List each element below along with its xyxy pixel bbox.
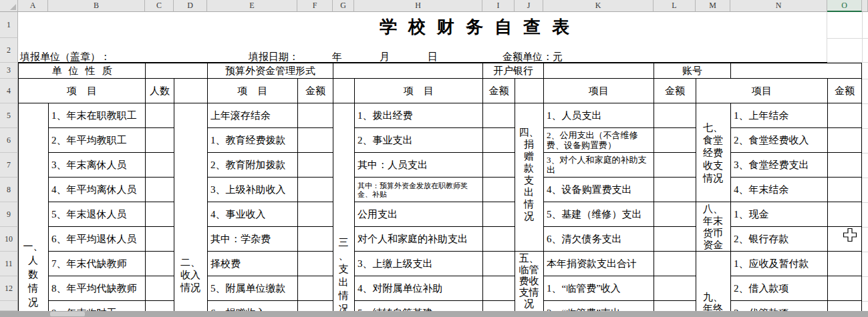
- table-cell[interactable]: 6、清欠债务支出: [544, 227, 654, 252]
- cell-empty[interactable]: [145, 63, 207, 79]
- column-header-D[interactable]: D: [174, 0, 207, 12]
- table-cell[interactable]: 择校费: [208, 252, 297, 276]
- table-cell[interactable]: 6、捐赠收入: [208, 301, 297, 311]
- table-cell[interactable]: 本年捐资款支出合计: [544, 252, 654, 276]
- cell-empty[interactable]: [730, 63, 861, 79]
- header-item[interactable]: 项目: [543, 79, 654, 103]
- table-cell[interactable]: 3、对个人和家庭的补助支出: [544, 153, 654, 178]
- row-header-8[interactable]: 8: [0, 178, 18, 202]
- column-header-A[interactable]: A: [18, 0, 48, 12]
- table-cell[interactable]: 4、年平均离休人员: [49, 178, 145, 202]
- table-cell[interactable]: 3、食堂经费支出: [731, 153, 827, 178]
- table-cell[interactable]: 4、事业收入: [208, 202, 297, 227]
- table-cell[interactable]: 其中：学杂费: [208, 227, 297, 252]
- table-cell[interactable]: 7、年末代缺教师: [49, 252, 145, 276]
- cell-empty[interactable]: [333, 63, 482, 79]
- table-cell[interactable]: 2、年平均教职工: [49, 128, 145, 153]
- table-cell[interactable]: 上年滚存结余: [208, 103, 297, 128]
- table-cell[interactable]: 1、年末在职教职工: [49, 103, 145, 128]
- table-cell[interactable]: 1、应收及暂付款: [731, 252, 827, 276]
- table-cell[interactable]: 2、事业支出: [355, 128, 482, 153]
- header-amount[interactable]: 金额: [827, 79, 861, 103]
- table-cell[interactable]: 3、代管款项: [731, 301, 827, 311]
- values-column-people[interactable]: [145, 103, 174, 311]
- header-extra-budget-mgmt[interactable]: 预算外资金管理形式: [207, 63, 333, 79]
- values-column-donation-linguan[interactable]: [654, 103, 696, 311]
- column-header-N[interactable]: N: [730, 0, 827, 12]
- horizontal-scrollbar[interactable]: [0, 311, 868, 317]
- table-cell[interactable]: 1、上年结余: [731, 103, 827, 128]
- cell-empty[interactable]: [174, 79, 207, 103]
- row-header-6[interactable]: 6: [0, 128, 18, 153]
- table-cell[interactable]: 3、上级补助收入: [208, 178, 297, 202]
- column-header-B[interactable]: B: [48, 0, 145, 12]
- table-cell[interactable]: 8、年平均代缺教师: [49, 276, 145, 301]
- table-cell[interactable]: 1、教育经费拨款: [208, 128, 297, 153]
- row-header-2[interactable]: 2: [0, 38, 18, 63]
- table-cell[interactable]: 1、人员支出: [544, 103, 654, 128]
- header-item[interactable]: 项目: [696, 79, 827, 103]
- values-column-expense[interactable]: [482, 103, 515, 311]
- table-cell[interactable]: 3、上缴上级支出: [355, 252, 482, 276]
- column-header-G[interactable]: G: [333, 0, 354, 12]
- column-header-L[interactable]: L: [654, 0, 696, 12]
- row-header-4[interactable]: 4: [0, 79, 18, 103]
- table-cell[interactable]: 公用支出: [355, 202, 482, 227]
- table-cell[interactable]: 2、教育附加拨款: [208, 153, 297, 178]
- row-header-9[interactable]: 9: [0, 202, 18, 227]
- table-cell[interactable]: 1、拨出经费: [355, 103, 482, 128]
- header-account[interactable]: 账号: [654, 63, 730, 79]
- row-header-3[interactable]: 3: [0, 63, 18, 79]
- table-cell[interactable]: 9、年末临时工: [49, 301, 145, 311]
- column-header-C[interactable]: C: [145, 0, 174, 12]
- row-header-5[interactable]: 5: [0, 103, 18, 128]
- values-column-canteen-cash[interactable]: [827, 103, 861, 311]
- table-cell[interactable]: 5、基建（维修）支出: [544, 202, 654, 227]
- cell-empty[interactable]: [333, 79, 354, 103]
- column-header-M[interactable]: M: [696, 0, 730, 12]
- header-amount[interactable]: 金额: [654, 79, 696, 103]
- header-item[interactable]: 项 目: [354, 79, 482, 103]
- header-bank[interactable]: 开户银行: [482, 63, 543, 79]
- table-cell[interactable]: 4、对附属单位补助: [355, 276, 482, 301]
- header-item[interactable]: 项 目: [18, 79, 145, 103]
- table-cell[interactable]: 其中：人员支出: [355, 153, 482, 178]
- column-header-H[interactable]: H: [354, 0, 482, 12]
- header-amount[interactable]: 金额: [297, 79, 333, 103]
- table-cell[interactable]: 对个人和家庭的补助支出: [355, 227, 482, 252]
- row-header-12[interactable]: 12: [0, 276, 18, 301]
- table-cell[interactable]: 2、食堂经费收入: [731, 128, 827, 153]
- table-cell[interactable]: 5、年末退休人员: [49, 202, 145, 227]
- table-cell[interactable]: 1、现金: [731, 202, 827, 227]
- table-cell[interactable]: 2、公用支出（不含维修费、设备购置费）: [544, 128, 654, 153]
- select-all-corner[interactable]: [0, 0, 18, 12]
- table-cell[interactable]: 2、借入款项: [731, 276, 827, 301]
- values-column-income[interactable]: [297, 103, 333, 311]
- table-cell[interactable]: 其中：预算外资金发放在职教师奖金、补贴: [355, 178, 482, 202]
- table-cell[interactable]: 4、年末结余: [731, 178, 827, 202]
- table-cell[interactable]: 3、年末离休人员: [49, 153, 145, 178]
- header-amount[interactable]: 金额: [482, 79, 515, 103]
- table-cell[interactable]: 5、结转自筹基建: [355, 301, 482, 311]
- column-header-F[interactable]: F: [297, 0, 333, 12]
- column-header-E[interactable]: E: [207, 0, 297, 12]
- column-header-O-selected[interactable]: O: [827, 0, 862, 12]
- column-header-stub[interactable]: [862, 0, 868, 12]
- cell-empty[interactable]: [515, 79, 543, 103]
- header-people-count[interactable]: 人数: [145, 79, 174, 103]
- column-header-K[interactable]: K: [543, 0, 654, 12]
- row-header-1[interactable]: 1: [0, 12, 18, 38]
- table-cell[interactable]: 1、“临管费”收入: [544, 276, 654, 301]
- cell-empty[interactable]: [543, 63, 654, 79]
- header-item[interactable]: 项 目: [207, 79, 297, 103]
- row-header-10[interactable]: 10: [0, 227, 18, 252]
- row-header-13-stub[interactable]: [0, 301, 18, 311]
- table-cell[interactable]: 2、“临管费”支出: [544, 301, 654, 311]
- row-header-11[interactable]: 11: [0, 252, 18, 276]
- scrollbar-thumb[interactable]: [50, 312, 85, 316]
- table-cell[interactable]: 4、设备购置费支出: [544, 178, 654, 202]
- table-cell[interactable]: 2、银行存款: [731, 227, 827, 252]
- row-header-7[interactable]: 7: [0, 153, 18, 178]
- header-unit-nature[interactable]: 单位性质: [18, 63, 145, 79]
- table-cell[interactable]: 6、年平均退休人员: [49, 227, 145, 252]
